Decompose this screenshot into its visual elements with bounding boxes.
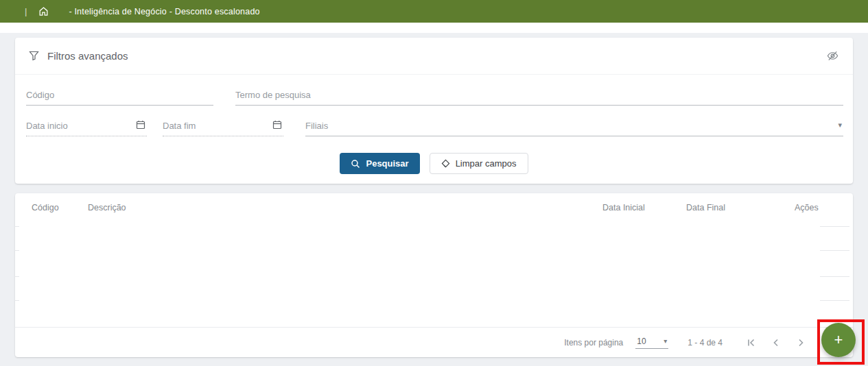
table-row <box>15 250 853 251</box>
data-inicio-input[interactable] <box>26 118 147 136</box>
column-header-acoes: Ações <box>795 203 819 212</box>
calendar-icon[interactable] <box>136 120 145 130</box>
filters-actions: Pesquisar Limpar campos <box>15 153 853 174</box>
first-page-icon[interactable] <box>743 334 760 351</box>
table-row <box>15 300 853 301</box>
column-header-codigo: Código <box>32 203 59 212</box>
table-row <box>15 226 853 227</box>
filters-title: Filtros avançados <box>47 50 128 62</box>
filiais-input[interactable] <box>305 118 843 136</box>
table-header-row: Código Descrição Data Inicial Data Final… <box>15 193 853 221</box>
data-fim-field <box>163 118 283 136</box>
results-table-card: Código Descrição Data Inicial Data Final… <box>15 193 853 357</box>
items-per-page-label: Itens por página <box>564 338 623 347</box>
search-icon <box>351 159 360 169</box>
add-button[interactable]: + <box>821 323 856 357</box>
advanced-filters-card: Filtros avançados <box>15 38 853 184</box>
topbar-separator: | <box>25 6 27 16</box>
filters-header: Filtros avançados <box>15 38 853 75</box>
items-per-page-select[interactable]: 10 ▾ <box>635 337 668 349</box>
codigo-field <box>26 87 213 106</box>
calendar-icon[interactable] <box>272 120 282 130</box>
codigo-input[interactable] <box>26 87 213 106</box>
eye-off-icon[interactable] <box>826 49 839 62</box>
column-header-data-final: Data Final <box>686 203 725 212</box>
limpar-campos-button[interactable]: Limpar campos <box>430 153 528 174</box>
termo-pesquisa-field <box>235 87 843 106</box>
table-row <box>15 276 853 277</box>
data-inicio-field <box>26 118 147 136</box>
sub-toolbar <box>0 23 868 33</box>
eraser-icon <box>441 159 450 168</box>
prev-page-icon[interactable] <box>768 334 784 351</box>
paginator: Itens por página 10 ▾ 1 - 4 de 4 <box>15 327 853 357</box>
filter-icon <box>29 51 39 61</box>
filiais-select[interactable]: ▾ <box>305 118 843 136</box>
page-range-label: 1 - 4 de 4 <box>688 338 723 347</box>
plus-icon: + <box>834 331 843 349</box>
column-header-data-inicial: Data Inicial <box>602 203 645 212</box>
pager-buttons <box>743 334 834 351</box>
chevron-down-icon[interactable]: ▾ <box>838 121 842 129</box>
page-title: - Inteligência de Negócio - Desconto esc… <box>69 7 259 16</box>
chevron-down-icon: ▾ <box>664 337 667 345</box>
home-icon[interactable] <box>38 5 49 17</box>
termo-pesquisa-input[interactable] <box>235 87 843 106</box>
next-page-icon[interactable] <box>793 334 809 351</box>
data-fim-input[interactable] <box>163 118 283 136</box>
pesquisar-button[interactable]: Pesquisar <box>340 153 419 174</box>
items-per-page-value: 10 <box>637 337 646 346</box>
top-bar: | - Inteligência de Negócio - Desconto e… <box>0 0 868 23</box>
column-header-descricao: Descrição <box>88 203 126 212</box>
